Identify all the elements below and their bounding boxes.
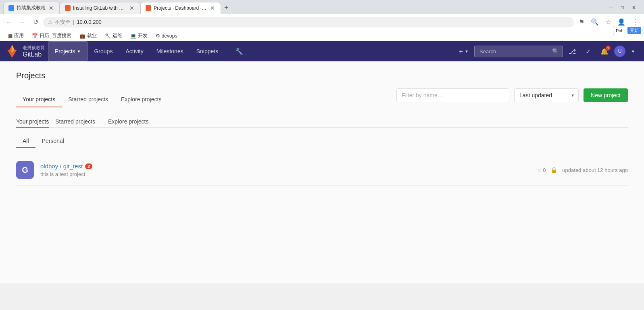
bookmark-dev-label: 开发 xyxy=(138,32,148,39)
employment-icon: 💼 xyxy=(79,33,85,39)
bookmark-employment-label: 就业 xyxy=(87,32,97,39)
lock-icon: 🔒 xyxy=(550,167,557,173)
user-menu-dropdown[interactable]: ▼ xyxy=(627,47,639,56)
gitlab-navbar: 老男孩教育 GitLab Projects ▼ Groups Activity … xyxy=(0,41,644,61)
filter-input[interactable] xyxy=(396,88,509,102)
project-name-link[interactable]: oldboy / git_test xyxy=(40,163,83,170)
filter-bar: Last updated Last created Oldest updated… xyxy=(396,88,628,102)
tab-close-3[interactable]: ✕ xyxy=(209,5,216,11)
corner-popup-action[interactable]: 开始 xyxy=(627,27,641,34)
search-input[interactable] xyxy=(474,46,563,57)
user-avatar[interactable]: U xyxy=(614,46,625,57)
star-icon: ☆ xyxy=(537,167,542,173)
page-title: Projects xyxy=(16,71,628,80)
minimize-button[interactable]: ─ xyxy=(606,4,616,11)
tabs-and-filter-row: Your projects Starred projects Explore p… xyxy=(16,88,628,110)
devops-icon: ⚙ xyxy=(156,33,160,39)
tab-favicon-3 xyxy=(146,5,151,11)
window-controls: ─ □ ✕ xyxy=(604,2,641,13)
new-tab-button[interactable]: + xyxy=(221,2,232,14)
zoom-button[interactable]: 🔍 xyxy=(588,17,601,27)
bookmark-devops[interactable]: ⚙ devops xyxy=(152,32,181,40)
nav-groups-link[interactable]: Groups xyxy=(88,41,119,61)
browser-tab-1[interactable]: 持续集成教程 ✕ xyxy=(3,2,60,14)
notification-badge: 1 xyxy=(605,45,611,51)
address-url: 10.0.0.200 xyxy=(77,19,569,25)
issues-button[interactable]: ✓ xyxy=(581,45,595,58)
tab-title-3: Projects · Dashboard · GitLab xyxy=(154,5,207,11)
sub-tab-all[interactable]: All xyxy=(16,134,35,148)
bookmark-calendar[interactable]: 📅 日历_百度搜索 xyxy=(29,31,75,40)
inactive-tab-2[interactable]: Explore projects xyxy=(102,118,155,127)
project-name-wrap: oldboy / git_test 2 xyxy=(40,163,537,170)
new-project-button[interactable]: New project xyxy=(584,88,628,102)
browser-tab-2[interactable]: Installing GitLab with Omnibu... ✕ xyxy=(60,2,140,14)
sub-tab-personal[interactable]: Personal xyxy=(35,134,71,148)
gitlab-app: 老男孩教育 GitLab Projects ▼ Groups Activity … xyxy=(0,41,644,283)
bookmark-dev[interactable]: 💻 开发 xyxy=(127,31,151,40)
browser-chrome: 持续集成教程 ✕ Installing GitLab with Omnibu..… xyxy=(0,0,644,283)
logo-text: GitLab xyxy=(23,51,45,58)
inactive-tab-1[interactable]: Starred projects xyxy=(49,118,102,127)
security-label: 不安全 xyxy=(55,19,71,26)
tab-close-2[interactable]: ✕ xyxy=(129,5,135,11)
project-notification-badge: 2 xyxy=(85,163,92,169)
gitlab-logo[interactable]: 老男孩教育 GitLab xyxy=(5,44,45,59)
bookmark-ops-label: 运维 xyxy=(113,32,122,39)
tabs-underline-row: Your projects Starred projects Explore p… xyxy=(16,118,628,128)
calendar-icon: 📅 xyxy=(32,33,38,39)
table-row: G oldboy / git_test 2 this is a test pro… xyxy=(16,155,628,186)
browser-tab-3[interactable]: Projects · Dashboard · GitLab ✕ xyxy=(140,2,221,14)
address-bar[interactable]: ⚠ 不安全 | 10.0.0.200 xyxy=(43,17,574,27)
browser-toolbar: ← → ↺ ⚠ 不安全 | 10.0.0.200 ⚑ 🔍 ☆ 👤 ⋮ xyxy=(0,14,644,30)
notification-wrapper: 🔔 1 xyxy=(596,45,613,58)
tab-favicon-2 xyxy=(65,5,71,11)
merge-requests-button[interactable]: ⎇ xyxy=(565,45,580,58)
sort-select[interactable]: Last updated Last created Oldest updated… xyxy=(514,88,579,102)
star-count: ☆ 0 xyxy=(537,167,546,173)
tab-close-1[interactable]: ✕ xyxy=(48,5,54,11)
nav-projects-link[interactable]: Projects ▼ xyxy=(48,41,88,61)
admin-wrench-button[interactable]: 🔧 xyxy=(231,45,247,58)
project-list: G oldboy / git_test 2 this is a test pro… xyxy=(16,155,628,186)
bookmark-ops[interactable]: 🔧 运维 xyxy=(102,31,125,40)
tab-starred-projects[interactable]: Starred projects xyxy=(62,92,115,107)
star-number: 0 xyxy=(543,167,546,173)
project-updated: updated about 12 hours ago xyxy=(562,167,628,173)
nav-snippets-link[interactable]: Snippets xyxy=(190,41,225,61)
corner-popup: Pol... 开始 xyxy=(613,26,644,35)
security-icon: ⚠ xyxy=(48,19,52,25)
bookmark-apps[interactable]: ▦ 应用 xyxy=(5,31,27,40)
tab-favicon-1 xyxy=(8,5,14,11)
maximize-button[interactable]: □ xyxy=(618,4,627,11)
project-tabs: Your projects Starred projects Explore p… xyxy=(16,92,168,107)
tab-explore-projects[interactable]: Explore projects xyxy=(115,92,168,107)
active-tab-indicator: Your projects xyxy=(16,118,49,128)
new-item-button[interactable]: ＋ ▼ xyxy=(453,44,473,59)
browser-tabs: 持续集成教程 ✕ Installing GitLab with Omnibu..… xyxy=(3,2,232,14)
new-item-dropdown-arrow: ▼ xyxy=(465,49,469,54)
forward-button[interactable]: → xyxy=(17,17,28,27)
projects-dropdown-arrow: ▼ xyxy=(77,49,81,54)
search-wrap: 🔍 xyxy=(474,46,563,57)
browser-titlebar: 持续集成教程 ✕ Installing GitLab with Omnibu..… xyxy=(0,0,644,14)
gitlab-logo-svg xyxy=(5,44,19,59)
sub-tabs: All Personal xyxy=(16,134,628,148)
avatar-letter: U xyxy=(618,48,622,54)
tab-your-projects[interactable]: Your projects xyxy=(16,92,62,107)
project-info: oldboy / git_test 2 this is a test proje… xyxy=(40,163,537,177)
bookmark-employment[interactable]: 💼 就业 xyxy=(76,31,100,40)
bookmark-button[interactable]: ☆ xyxy=(603,17,613,27)
logo-subtitle: 老男孩教育 xyxy=(23,45,45,51)
close-button[interactable]: ✕ xyxy=(629,4,639,11)
reload-button[interactable]: ↺ xyxy=(31,17,41,27)
nav-right: ＋ ▼ 🔍 ⎇ ✓ 🔔 1 U xyxy=(453,44,639,59)
bookmark-apps-label: 应用 xyxy=(14,32,24,39)
project-description: this is a test project xyxy=(40,171,537,177)
back-button[interactable]: ← xyxy=(3,17,15,27)
nav-milestones-link[interactable]: Milestones xyxy=(150,41,190,61)
ops-icon: 🔧 xyxy=(105,33,111,39)
project-avatar: G xyxy=(16,161,34,179)
nav-activity-link[interactable]: Activity xyxy=(119,41,150,61)
translate-button[interactable]: ⚑ xyxy=(576,17,587,27)
